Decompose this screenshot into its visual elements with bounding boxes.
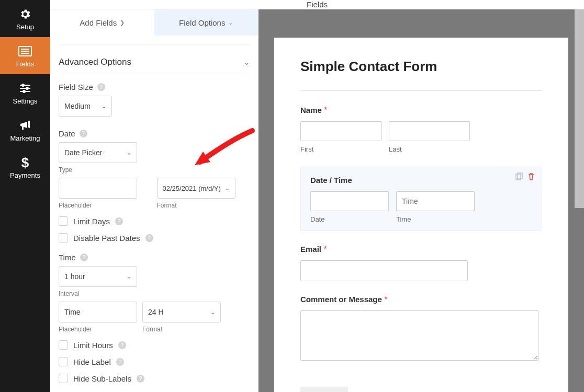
datetime-label: Date / Time — [310, 176, 352, 185]
select-value: 1 hour — [64, 272, 85, 281]
time-format-select[interactable]: 24 H ⌄ — [142, 302, 221, 322]
help-icon[interactable]: ? — [97, 83, 105, 91]
chevron-down-icon: ⌄ — [225, 185, 230, 192]
nav-label: Setup — [16, 23, 34, 31]
section-title: Advanced Options — [59, 57, 131, 67]
nav-label: Marketing — [10, 134, 40, 142]
help-icon[interactable]: ? — [137, 375, 144, 383]
chevron-down-icon: ⌄ — [210, 309, 215, 316]
email-label: Email — [300, 245, 321, 253]
sliders-icon — [19, 82, 31, 95]
nav-item-payments[interactable]: $ Payments — [0, 148, 50, 186]
last-name-input[interactable] — [389, 121, 470, 141]
required-asterisk: * — [322, 106, 328, 114]
time-format-sublabel: Format — [142, 326, 221, 333]
list-icon — [18, 44, 32, 58]
nav-label: Fields — [16, 60, 35, 68]
tab-add-fields[interactable]: Add Fields ❯ — [50, 9, 154, 36]
nav-item-settings[interactable]: Settings — [0, 74, 50, 111]
select-value: Date Picker — [64, 148, 102, 157]
help-icon[interactable]: ? — [80, 130, 87, 137]
tab-label: Field Options — [179, 18, 225, 27]
nav-label: Settings — [13, 97, 38, 105]
form-title: Simple Contact Form — [300, 59, 542, 75]
required-asterisk: * — [382, 295, 388, 304]
chevron-down-icon: ⌄ — [127, 273, 131, 280]
field-size-label: Field Size — [59, 83, 93, 91]
nav-item-marketing[interactable]: Marketing — [0, 111, 50, 148]
scrollbar[interactable] — [575, 9, 584, 208]
disable-past-dates-label: Disable Past Dates — [73, 234, 140, 243]
time-label: Time — [59, 253, 76, 262]
email-input[interactable] — [300, 260, 468, 281]
date-label: Date — [59, 129, 75, 138]
time-input[interactable] — [396, 191, 475, 211]
options-panel: Add Fields ❯ Field Options ⌄ Advanced Op… — [50, 9, 259, 392]
tab-field-options[interactable]: Field Options ⌄ — [154, 9, 259, 36]
chevron-down-icon: ⌄ — [244, 59, 250, 66]
form-preview-area: Simple Contact Form Name * First — [259, 9, 584, 392]
select-value: Medium — [64, 102, 91, 110]
duplicate-icon[interactable] — [514, 172, 523, 183]
date-placeholder-sublabel: Placeholder — [59, 202, 152, 209]
delete-icon[interactable] — [527, 172, 535, 183]
time-sublabel: Time — [396, 215, 475, 223]
hide-sublabels-label: Hide Sub-Labels — [73, 374, 131, 383]
help-icon[interactable]: ? — [118, 341, 126, 349]
time-interval-select[interactable]: 1 hour ⌄ — [59, 266, 137, 287]
datetime-field-selected[interactable]: Date / Time Date Time — [300, 167, 542, 231]
limit-days-checkbox[interactable] — [59, 216, 68, 226]
disable-past-dates-checkbox[interactable] — [59, 233, 68, 243]
last-sublabel: Last — [389, 145, 470, 153]
help-icon[interactable]: ? — [80, 253, 88, 261]
select-value: 24 H — [148, 308, 164, 316]
first-sublabel: First — [300, 145, 381, 153]
comment-label: Comment or Message — [300, 295, 382, 304]
time-placeholder-input[interactable] — [59, 302, 137, 322]
select-value: 02/25/2021 (m/d/Y) — [163, 185, 221, 192]
nav-item-fields[interactable]: Fields — [0, 37, 50, 74]
date-type-sublabel: Type — [59, 166, 250, 174]
tab-label: Add Fields — [80, 18, 117, 27]
name-label: Name — [300, 106, 322, 114]
svg-point-9 — [23, 90, 25, 93]
field-size-select[interactable]: Medium ⌄ — [59, 96, 112, 117]
hide-label-checkbox[interactable] — [59, 357, 68, 366]
nav-item-setup[interactable]: Setup — [0, 0, 50, 37]
date-format-sublabel: Format — [157, 202, 250, 209]
help-icon[interactable]: ? — [145, 234, 153, 242]
help-icon[interactable]: ? — [115, 217, 123, 225]
help-icon[interactable]: ? — [116, 358, 124, 366]
date-placeholder-input[interactable] — [59, 178, 137, 199]
submit-button[interactable]: Submit — [300, 387, 348, 392]
advanced-options-header[interactable]: Advanced Options ⌄ — [59, 48, 250, 75]
comment-textarea[interactable] — [300, 310, 538, 361]
topbar: Fields — [50, 0, 584, 9]
time-interval-sublabel: Interval — [59, 290, 250, 297]
required-asterisk: * — [321, 245, 327, 253]
left-nav: Setup Fields Settings Marketing $ Paymen… — [0, 0, 50, 392]
time-placeholder-sublabel: Placeholder — [59, 326, 137, 333]
date-input[interactable] — [310, 191, 389, 211]
limit-days-label: Limit Days — [73, 217, 110, 226]
chevron-down-icon: ⌄ — [127, 149, 131, 156]
first-name-input[interactable] — [300, 121, 381, 141]
date-type-select[interactable]: Date Picker ⌄ — [59, 142, 137, 163]
page-title: Fields — [307, 0, 328, 9]
chevron-down-icon: ⌄ — [102, 103, 106, 110]
name-field[interactable]: Name * First Last — [300, 106, 542, 153]
chevron-right-icon: ❯ — [120, 19, 125, 26]
limit-hours-checkbox[interactable] — [59, 340, 68, 350]
comment-field[interactable]: Comment or Message * — [300, 295, 542, 363]
dollar-icon: $ — [21, 156, 29, 169]
bullhorn-icon — [19, 119, 31, 132]
chevron-down-icon: ⌄ — [228, 19, 233, 26]
hide-sublabels-checkbox[interactable] — [59, 374, 68, 383]
nav-label: Payments — [10, 171, 40, 179]
gear-icon — [19, 7, 31, 21]
date-sublabel: Date — [310, 215, 389, 223]
limit-hours-label: Limit Hours — [73, 341, 113, 350]
date-format-select[interactable]: 02/25/2021 (m/d/Y) ⌄ — [157, 178, 235, 199]
email-field[interactable]: Email * — [300, 245, 542, 281]
hide-label-label: Hide Label — [73, 358, 111, 366]
